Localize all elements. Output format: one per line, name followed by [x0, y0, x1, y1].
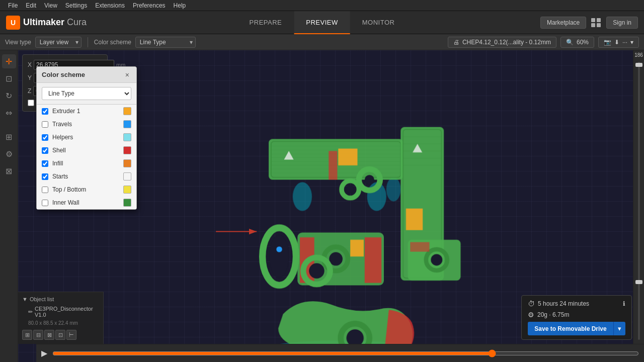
- obj-action-5[interactable]: ⊢: [66, 330, 76, 340]
- svg-point-28: [365, 175, 374, 185]
- svg-point-3: [386, 177, 401, 202]
- scale-icon[interactable]: ⊡: [2, 71, 16, 85]
- scheme-item-checkbox-4[interactable]: [42, 160, 48, 167]
- toolbar: View type Layer view Color scheme Line T…: [0, 34, 644, 50]
- printer-info: 🖨 CHEP4.12_0.12(...ality - 0.12mm: [448, 37, 556, 48]
- rotate-icon[interactable]: ↻: [2, 88, 16, 103]
- logo-text: Ultimaker Cura: [23, 17, 87, 28]
- logo-icon: U: [6, 16, 20, 30]
- sign-in-button[interactable]: Sign in: [606, 17, 638, 29]
- layer-handle-bottom[interactable]: [635, 280, 642, 284]
- support-blocker-icon[interactable]: ⊞: [2, 130, 16, 144]
- menu-edit[interactable]: Edit: [22, 0, 40, 11]
- info-icon[interactable]: ℹ: [623, 300, 625, 307]
- color-scheme-select[interactable]: Line Type: [135, 37, 196, 48]
- svg-marker-26: [413, 144, 422, 152]
- print-info-panel: ⏱ 5 hours 24 minutes ℹ ⚙ 20g · 6.75m Sav…: [521, 295, 632, 340]
- menu-bar: File Edit View Settings Extensions Prefe…: [0, 0, 644, 11]
- logo: U Ultimaker Cura: [6, 16, 87, 30]
- scheme-item-infill: Infill: [37, 157, 136, 170]
- zoom-icon: 🔍: [566, 39, 574, 46]
- svg-point-1: [293, 182, 312, 211]
- panel-close-button[interactable]: ×: [123, 71, 131, 78]
- tab-monitor[interactable]: MONITOR: [350, 11, 407, 34]
- left-sidebar: ✛ ⊡ ↻ ⇔ ⊞ ⚙ ⊠: [0, 50, 18, 362]
- svg-rect-45: [410, 242, 429, 252]
- panel-header: Color scheme ×: [37, 67, 136, 83]
- scheme-items-container: Extruder 1 Travels Helpers Shell Infill …: [37, 105, 136, 209]
- obj-action-3[interactable]: ⊠: [44, 330, 54, 340]
- canvas-area[interactable]: X mm Y mm Z mm Lock Model Color sche: [18, 50, 644, 362]
- group-icon[interactable]: ⊠: [2, 164, 16, 178]
- scheme-item-checkbox-7[interactable]: [42, 200, 48, 206]
- scheme-item-checkbox-6[interactable]: [42, 187, 48, 193]
- lock-model-checkbox[interactable]: [28, 100, 34, 106]
- svg-rect-6: [271, 141, 401, 177]
- svg-point-2: [367, 182, 386, 211]
- scheme-item-color-1: [123, 120, 131, 128]
- svg-rect-39: [350, 240, 364, 256]
- scheme-item-checkbox-0[interactable]: [42, 108, 48, 115]
- svg-rect-36: [365, 237, 381, 283]
- scheme-item-travels: Travels: [37, 118, 136, 131]
- menu-extensions[interactable]: Extensions: [91, 0, 129, 11]
- zoom-value: 60%: [577, 39, 589, 46]
- scheme-type-select[interactable]: Line Type: [42, 87, 131, 100]
- svg-point-33: [276, 246, 282, 252]
- menu-help[interactable]: Help: [170, 0, 190, 11]
- printer-name: CHEP4.12_0.12(...ality - 0.12mm: [462, 39, 551, 46]
- svg-point-44: [431, 254, 442, 265]
- object-list-label: Object list: [30, 296, 54, 302]
- scheme-item-checkbox-1[interactable]: [42, 121, 48, 128]
- header: U Ultimaker Cura PREPARE PREVIEW MONITOR…: [0, 11, 644, 34]
- scheme-item-checkbox-5[interactable]: [42, 173, 48, 180]
- svg-point-40: [303, 257, 330, 284]
- mirror-icon[interactable]: ⇔: [2, 106, 16, 120]
- view-type-select[interactable]: Layer view: [35, 37, 82, 48]
- svg-rect-18: [400, 127, 444, 281]
- logo-brand: Ultimaker: [23, 17, 67, 27]
- menu-settings[interactable]: Settings: [61, 0, 91, 11]
- tab-preview[interactable]: PREVIEW: [294, 11, 350, 34]
- marketplace-button[interactable]: Marketplace: [540, 17, 586, 29]
- svg-point-38: [329, 252, 343, 266]
- menu-view[interactable]: View: [40, 0, 61, 11]
- save-to-drive-button[interactable]: Save to Removable Drive: [528, 322, 613, 335]
- scheme-item-color-7: [123, 199, 131, 207]
- play-button[interactable]: ▶: [41, 348, 47, 358]
- save-dropdown-button[interactable]: ▾: [613, 322, 625, 335]
- scheme-item-shell: Shell: [37, 144, 136, 157]
- svg-rect-19: [403, 129, 441, 278]
- scheme-item-checkbox-2[interactable]: [42, 134, 48, 141]
- scheme-item-top-/-bottom: Top / Bottom: [37, 183, 136, 196]
- obj-action-4[interactable]: ⊡: [55, 330, 65, 340]
- obj-action-2[interactable]: ⊟: [33, 330, 43, 340]
- scheme-item-color-4: [123, 159, 131, 167]
- view-type-label: View type: [5, 39, 31, 46]
- scheme-item-label-5: Starts: [52, 173, 119, 180]
- scheme-item-label-6: Top / Bottom: [52, 186, 119, 193]
- object-list-header[interactable]: ▼ Object list: [18, 294, 103, 304]
- menu-file[interactable]: File: [4, 0, 22, 11]
- scheme-item-color-3: [123, 146, 131, 154]
- move-icon[interactable]: ✛: [2, 54, 16, 68]
- print-time-row: ⏱ 5 hours 24 minutes ℹ: [528, 300, 625, 308]
- material-icon: ⚙: [528, 311, 534, 319]
- scheme-item-color-0: [123, 107, 131, 115]
- expand-icon: ▾: [630, 39, 633, 46]
- object-dimensions: 80.0 x 88.5 x 22.4 mm: [18, 319, 103, 328]
- per-model-settings-icon[interactable]: ⚙: [2, 147, 16, 161]
- print-material-row: ⚙ 20g · 6.75m: [528, 311, 625, 319]
- scheme-item-label-3: Shell: [52, 147, 119, 154]
- obj-action-1[interactable]: ⊞: [22, 330, 32, 340]
- menu-preferences[interactable]: Preferences: [129, 0, 170, 11]
- scheme-item-helpers: Helpers: [37, 131, 136, 144]
- layer-number: 186: [634, 52, 643, 58]
- scheme-item-checkbox-3[interactable]: [42, 147, 48, 154]
- layer-handle-top[interactable]: [635, 63, 642, 67]
- scheme-item-color-5: [123, 172, 131, 180]
- layer-track[interactable]: [638, 62, 640, 340]
- layer-slider[interactable]: [52, 349, 639, 357]
- scheme-item-label-2: Helpers: [52, 134, 119, 141]
- tab-prepare[interactable]: PREPARE: [237, 11, 294, 34]
